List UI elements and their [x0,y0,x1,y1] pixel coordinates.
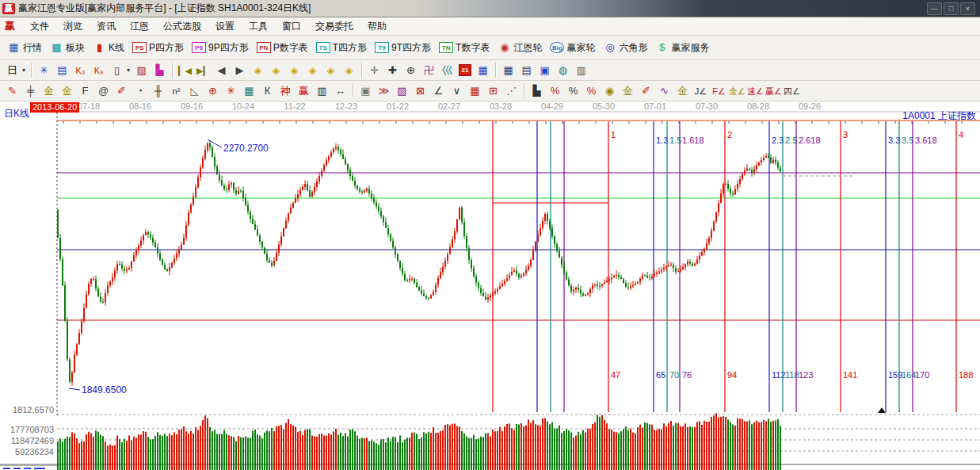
diamond-up-button[interactable]: ◈ [285,62,303,79]
quotes-button[interactable]: ▦行情 [3,39,46,56]
red-brush-button[interactable]: ✐ [112,82,131,100]
gold-underline-button[interactable]: 金 [673,82,692,100]
t-square-button[interactable]: TST四方形 [312,39,371,56]
kline-chart-canvas[interactable]: 1471.3651.5701.618762942.31122.51182.618… [0,101,980,470]
gann-wheel-button[interactable]: ◉江恩轮 [494,39,546,56]
menu-江恩[interactable]: 江恩 [123,21,156,32]
kline-3-button[interactable]: K₃ [71,62,90,79]
clipboard-button[interactable]: ▤ [53,62,71,79]
web-stats-button[interactable]: ◍ [554,62,572,79]
menu-交易委托[interactable]: 交易委托 [308,21,360,32]
ruler-ticks-button[interactable]: ╪ [21,82,40,100]
menu-资讯[interactable]: 资讯 [90,21,123,32]
percent-table-button[interactable]: % [546,82,564,100]
color-flag-button[interactable]: ▙ [151,62,169,79]
crosshair-button[interactable]: ✚ [383,62,402,79]
diamond-down-button[interactable]: ◈ [303,62,322,79]
grid-window-button[interactable]: ▣ [357,82,375,100]
red-grid-arrow-button[interactable]: ⊞ [484,82,502,100]
symbol-label[interactable]: 1A0001 上证指数 [902,109,976,123]
p-square-button[interactable]: PSP四方形 [128,39,188,56]
four-angle-button[interactable]: 四∠ [783,82,801,100]
j-angle-button[interactable]: J∠ [692,82,710,100]
teal-pattern-button[interactable]: 巛 [438,62,456,79]
calculator-button[interactable]: ▦ [474,62,492,79]
gold-angle-button[interactable]: 金∠ [728,82,746,100]
kline-9-button[interactable]: K₉ [90,62,108,79]
next-button[interactable]: ▶ [231,62,249,79]
data-table-button[interactable]: ▦ [499,62,517,79]
wave-button[interactable]: ∿ [655,82,673,100]
t-number-table-button[interactable]: TNT数字表 [435,39,494,56]
circle-cross-button[interactable]: ⊕ [204,82,222,100]
gold-lines-button[interactable]: 金 [619,82,637,100]
menu-文件[interactable]: 文件 [23,21,56,32]
9t-square-button[interactable]: T99T四方形 [371,39,435,56]
close-button[interactable]: × [960,2,975,15]
width-measure-button[interactable]: ↔ [331,82,349,100]
print-button[interactable]: ▥ [572,62,590,79]
pen-knife-button[interactable]: ✎ [3,82,21,100]
pattern-box-button[interactable]: ▨ [132,62,151,79]
gold-seal-2-button[interactable]: 金 [58,82,76,100]
kline-button[interactable]: ▮K线 [89,39,128,56]
red-rays-button[interactable]: ≫ [375,82,393,100]
menu-公式选股[interactable]: 公式选股 [156,21,208,32]
winner-angle-button[interactable]: 赢∠ [765,82,783,100]
ruler-123-button[interactable]: ▥ [313,82,331,100]
calendar-21-button[interactable]: 21 [456,62,474,79]
menu-帮助[interactable]: 帮助 [360,21,394,32]
hand-drag-button[interactable]: ✛ [365,62,383,79]
percent-line-button[interactable]: % [582,82,601,100]
v-dots-button[interactable]: ∨ [448,82,466,100]
angle-rays-button[interactable]: ∠ [429,82,448,100]
last-button[interactable]: ▶▎ [194,62,212,79]
menu-工具[interactable]: 工具 [242,21,275,32]
maximize-button[interactable]: □ [944,2,959,15]
sectors-button[interactable]: ▩板块 [46,39,89,56]
spiral-button[interactable]: @ [94,82,112,100]
f-ruler-button[interactable]: F [76,82,94,100]
ruler-ticks-2-button[interactable]: ╫ [149,82,167,100]
grid-target-button[interactable]: ▦ [240,82,258,100]
angle-tool-button[interactable]: ◺ [185,82,204,100]
spider-web-button[interactable]: ✳ [222,82,240,100]
gold-seal-1-button[interactable]: 金 [40,82,58,100]
k-wave-button[interactable]: К [258,82,276,100]
menu-浏览[interactable]: 浏览 [56,21,90,32]
zoom-button[interactable]: ⊕ [402,62,420,79]
red-x-box-button[interactable]: ⊠ [411,82,429,100]
p-number-table-button[interactable]: PNP数字表 [253,39,312,56]
win-tool-button[interactable]: 赢 [295,82,313,100]
shen-tool-button[interactable]: 神 [276,82,295,100]
red-grid-button[interactable]: ▦ [466,82,484,100]
diamond-all-button[interactable]: ◈ [340,62,358,79]
prev-button[interactable]: ◀ [212,62,231,79]
diamond-left-button[interactable]: ◈ [249,62,267,79]
network-button[interactable]: ✳ [35,62,53,79]
gold-circle-button[interactable]: ◉ [601,82,619,100]
purple-grid-box-button[interactable]: ▨ [393,82,411,100]
compass-circle-button[interactable]: ◔ [131,82,149,100]
hexagon-button[interactable]: ◎六角形 [599,39,651,56]
winner-service-button[interactable]: $赢家服务 [651,39,713,56]
percent-button[interactable]: % [564,82,582,100]
stat-bars-button[interactable]: ▙ [528,82,546,100]
purple-knot-button[interactable]: 卍 [420,62,438,79]
menu-窗口[interactable]: 窗口 [275,21,308,32]
f-angle-button[interactable]: F∠ [710,82,728,100]
menu-设置[interactable]: 设置 [208,21,242,32]
first-button[interactable]: ▎◀ [176,62,194,79]
diamond-right-button[interactable]: ◈ [267,62,285,79]
chart-area[interactable]: 1471.3651.5701.618762942.31122.51182.618… [0,101,980,470]
speed-angle-button[interactable]: 速∠ [746,82,765,100]
minimize-button[interactable]: — [927,2,942,15]
save-button[interactable]: ▣ [536,62,554,79]
notes-button[interactable]: ▤ [517,62,536,79]
period-label[interactable]: 日K线 [4,107,29,120]
candle-style-dropdown-button[interactable]: ▯▾ [108,62,132,79]
clipped-tab-bar[interactable] [0,464,57,470]
winner-wheel-button[interactable]: Big赢家轮 [546,39,599,56]
ink-brush-button[interactable]: ✐ [637,82,655,100]
diag-lines-button[interactable]: ⋰ [502,82,521,100]
